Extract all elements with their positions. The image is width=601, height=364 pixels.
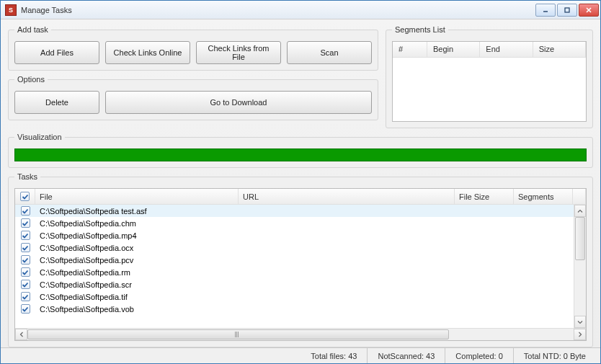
segments-col-num[interactable]: #	[393, 42, 427, 57]
table-row[interactable]: C:\Softpedia\Softpedia.scr	[15, 278, 586, 290]
tasks-col-file[interactable]: File	[35, 189, 239, 204]
check-icon	[22, 193, 29, 200]
row-checkbox[interactable]	[21, 218, 30, 228]
row-url-cell	[239, 272, 468, 273]
scroll-down-button[interactable]	[574, 316, 586, 328]
table-row[interactable]: C:\Softpedia\Softpedia.chm	[15, 217, 586, 229]
segments-col-size[interactable]: Size	[533, 42, 586, 57]
row-size-cell	[468, 296, 527, 298]
row-checkbox[interactable]	[21, 231, 30, 240]
segments-col-end[interactable]: End	[480, 42, 533, 57]
row-file-cell: C:\Softpedia\Softpedia.rm	[35, 267, 239, 278]
scroll-thumb-h[interactable]	[27, 329, 449, 339]
table-row[interactable]: C:\Softpedia\Softpedia.rm	[15, 266, 586, 278]
tasks-legend: Tasks	[14, 172, 40, 181]
tasks-header: File URL File Size Segments	[15, 189, 586, 205]
chevron-left-icon	[19, 332, 25, 337]
row-size-cell	[468, 272, 527, 273]
row-checkbox[interactable]	[21, 280, 30, 289]
row-url-cell	[239, 284, 468, 285]
row-file-cell: C:\Softpedia\Softpedia.ocx	[35, 243, 239, 253]
status-not-scanned: NotScanned: 43	[367, 348, 445, 363]
row-url-cell	[239, 223, 468, 224]
select-all-checkbox[interactable]	[20, 192, 30, 201]
check-icon	[22, 244, 29, 252]
scroll-right-button[interactable]	[574, 329, 586, 340]
segments-col-begin[interactable]: Begin	[427, 42, 480, 57]
row-checkbox[interactable]	[21, 292, 30, 301]
visualization-bar	[14, 148, 587, 161]
table-row[interactable]: C:\Softpedia\Softpedia.vob	[15, 303, 586, 315]
horizontal-scrollbar[interactable]	[15, 328, 586, 340]
maximize-button[interactable]	[557, 4, 577, 17]
tasks-col-filesize[interactable]: File Size	[455, 189, 514, 204]
scan-button[interactable]: Scan	[287, 41, 372, 64]
tasks-group: Tasks File URL File Size Segments C:\Sof…	[8, 172, 593, 347]
check-icon	[22, 208, 29, 215]
row-checkbox[interactable]	[21, 267, 30, 277]
left-column: Add task Add Files Check Links Online Ch…	[8, 25, 378, 128]
check-icon	[22, 220, 29, 227]
scroll-track-h[interactable]	[27, 329, 574, 340]
status-completed: Completed: 0	[445, 348, 512, 363]
check-links-online-button[interactable]: Check Links Online	[105, 41, 190, 64]
status-total-ntd: Total NTD: 0 Byte	[513, 348, 596, 363]
tasks-table[interactable]: File URL File Size Segments C:\Softpedia…	[14, 188, 587, 341]
delete-button[interactable]: Delete	[14, 91, 99, 114]
scroll-up-button[interactable]	[574, 205, 586, 217]
tasks-col-checkbox[interactable]	[15, 189, 35, 204]
add-files-button[interactable]: Add Files	[14, 41, 99, 64]
chevron-down-icon	[577, 319, 583, 325]
row-url-cell	[239, 308, 468, 310]
check-icon	[22, 269, 29, 276]
top-row: Add task Add Files Check Links Online Ch…	[8, 25, 593, 128]
row-file-cell: C:\Softpedia\Softpedia.vob	[35, 304, 239, 314]
segments-table[interactable]: # Begin End Size	[392, 41, 587, 122]
segments-legend: Segments List	[392, 25, 448, 34]
scroll-track-v[interactable]	[574, 217, 586, 316]
row-size-cell	[468, 235, 527, 236]
vertical-scrollbar[interactable]	[574, 205, 586, 328]
close-icon	[585, 6, 592, 14]
window-title: Manage Tasks	[21, 6, 535, 14]
table-row[interactable]: C:\Softpedia\Softpedia.ocx	[15, 241, 586, 254]
tasks-col-segments[interactable]: Segments	[514, 189, 573, 204]
row-url-cell	[239, 210, 468, 212]
close-button[interactable]	[579, 4, 599, 17]
chevron-up-icon	[577, 208, 583, 214]
table-row[interactable]: C:\Softpedia\Softpedia.tif	[15, 290, 586, 303]
table-row[interactable]: C:\Softpedia\Softpedia.mp4	[15, 229, 586, 241]
check-icon	[22, 281, 29, 288]
scroll-left-button[interactable]	[15, 329, 27, 340]
row-size-cell	[468, 308, 527, 310]
row-checkbox[interactable]	[21, 255, 30, 265]
scroll-thumb-v[interactable]	[575, 217, 585, 260]
check-icon	[22, 293, 29, 301]
tasks-body: C:\Softpedia\Softpedia test.asfC:\Softpe…	[15, 205, 586, 328]
titlebar[interactable]: S Manage Tasks	[1, 1, 600, 19]
visualization-legend: Visualization	[14, 133, 65, 141]
table-row[interactable]: C:\Softpedia\Softpedia test.asf	[15, 205, 586, 217]
add-task-legend: Add task	[14, 25, 51, 34]
check-icon	[22, 232, 29, 239]
row-checkbox[interactable]	[21, 304, 30, 314]
row-url-cell	[239, 235, 468, 236]
check-icon	[22, 306, 29, 313]
check-links-file-button[interactable]: Check Links from File	[196, 41, 281, 64]
row-checkbox[interactable]	[21, 206, 30, 216]
status-total-files: Total files: 43	[300, 348, 367, 363]
tasks-col-url[interactable]: URL	[239, 189, 455, 204]
add-task-group: Add task Add Files Check Links Online Ch…	[8, 25, 378, 71]
row-size-cell	[468, 284, 527, 285]
row-checkbox[interactable]	[21, 243, 30, 252]
svg-rect-1	[565, 8, 569, 12]
row-file-cell: C:\Softpedia\Softpedia.mp4	[35, 231, 239, 241]
go-download-button[interactable]: Go to Download	[105, 91, 372, 114]
row-url-cell	[239, 259, 468, 261]
table-row[interactable]: C:\Softpedia\Softpedia.pcv	[15, 254, 586, 266]
row-file-cell: C:\Softpedia\Softpedia.scr	[35, 280, 239, 290]
segments-list-group: Segments List # Begin End Size	[386, 25, 593, 128]
minimize-button[interactable]	[535, 4, 556, 17]
row-file-cell: C:\Softpedia\Softpedia.chm	[35, 218, 239, 228]
visualization-group: Visualization	[8, 133, 593, 168]
